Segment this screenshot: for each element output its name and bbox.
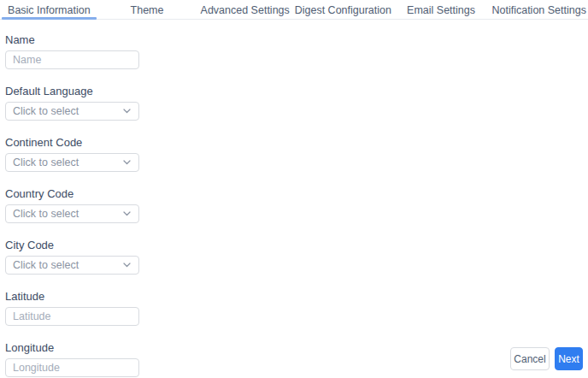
latitude-group: Latitude	[5, 290, 139, 326]
country-code-select[interactable]: Click to select	[5, 204, 139, 223]
tab-notification-settings[interactable]: Notification Settings	[490, 0, 588, 19]
city-code-label: City Code	[5, 239, 139, 251]
select-value: Click to select	[13, 259, 79, 271]
name-field[interactable]	[5, 50, 139, 69]
select-value: Click to select	[13, 157, 79, 168]
next-button[interactable]: Next	[555, 347, 583, 370]
wizard-footer: Cancel Next	[510, 347, 583, 370]
continent-code-group: Continent Code Click to select	[5, 136, 139, 172]
chevron-down-icon	[123, 263, 131, 268]
default-language-label: Default Language	[5, 85, 139, 97]
tab-digest-configuration[interactable]: Digest Configuration	[294, 0, 392, 19]
cancel-button[interactable]: Cancel	[510, 347, 550, 370]
longitude-field[interactable]	[5, 358, 139, 377]
tab-bar: Basic Information Theme Advanced Setting…	[0, 0, 588, 20]
country-code-group: Country Code Click to select	[5, 187, 139, 223]
default-language-select[interactable]: Click to select	[5, 102, 139, 121]
country-code-label: Country Code	[5, 187, 139, 200]
tab-advanced-settings[interactable]: Advanced Settings	[196, 0, 294, 19]
chevron-down-icon	[123, 160, 131, 165]
tab-basic-information[interactable]: Basic Information	[0, 0, 98, 19]
longitude-group: Longitude	[5, 341, 139, 377]
tab-theme[interactable]: Theme	[98, 0, 197, 19]
latitude-field[interactable]	[5, 307, 139, 326]
default-language-group: Default Language Click to select	[5, 85, 139, 121]
latitude-label: Latitude	[5, 290, 139, 303]
name-label: Name	[5, 33, 139, 46]
select-value: Click to select	[13, 208, 79, 220]
chevron-down-icon	[123, 109, 131, 114]
basic-information-form: Name Default Language Click to select Co…	[0, 20, 588, 377]
city-code-select[interactable]: Click to select	[5, 256, 139, 275]
select-value: Click to select	[13, 105, 79, 117]
continent-code-select[interactable]: Click to select	[5, 153, 139, 172]
city-code-group: City Code Click to select	[5, 239, 139, 275]
tab-email-settings[interactable]: Email Settings	[392, 0, 491, 19]
chevron-down-icon	[123, 211, 131, 216]
continent-code-label: Continent Code	[5, 136, 139, 149]
name-group: Name	[5, 33, 139, 69]
longitude-label: Longitude	[5, 341, 139, 354]
